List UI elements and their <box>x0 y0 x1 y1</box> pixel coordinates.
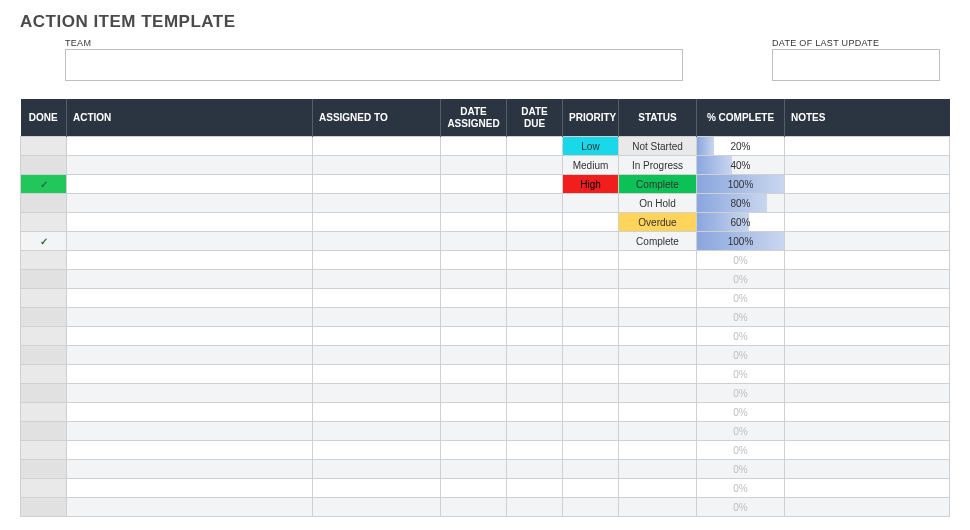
done-cell[interactable] <box>21 403 67 422</box>
pct-complete-cell[interactable]: 0% <box>697 365 785 384</box>
priority-cell[interactable]: Low <box>563 137 619 156</box>
assigned-cell[interactable] <box>313 441 441 460</box>
action-cell[interactable] <box>67 346 313 365</box>
priority-cell[interactable] <box>563 479 619 498</box>
pct-complete-cell[interactable]: 0% <box>697 270 785 289</box>
assigned-cell[interactable] <box>313 156 441 175</box>
notes-cell[interactable] <box>785 137 950 156</box>
action-cell[interactable] <box>67 365 313 384</box>
done-cell[interactable] <box>21 479 67 498</box>
action-cell[interactable] <box>67 251 313 270</box>
pct-complete-cell[interactable]: 0% <box>697 384 785 403</box>
date-due-cell[interactable] <box>507 384 563 403</box>
date-assigned-cell[interactable] <box>441 175 507 194</box>
priority-cell[interactable] <box>563 422 619 441</box>
action-cell[interactable] <box>67 403 313 422</box>
priority-cell[interactable] <box>563 365 619 384</box>
action-cell[interactable] <box>67 308 313 327</box>
date-assigned-cell[interactable] <box>441 327 507 346</box>
priority-cell[interactable] <box>563 327 619 346</box>
notes-cell[interactable] <box>785 175 950 194</box>
pct-complete-cell[interactable]: 0% <box>697 498 785 517</box>
status-cell[interactable] <box>619 441 697 460</box>
priority-cell[interactable] <box>563 346 619 365</box>
notes-cell[interactable] <box>785 251 950 270</box>
done-cell[interactable] <box>21 289 67 308</box>
action-cell[interactable] <box>67 175 313 194</box>
action-cell[interactable] <box>67 479 313 498</box>
priority-cell[interactable] <box>563 270 619 289</box>
pct-complete-cell[interactable]: 0% <box>697 346 785 365</box>
pct-complete-cell[interactable]: 40% <box>697 156 785 175</box>
priority-cell[interactable] <box>563 441 619 460</box>
pct-complete-cell[interactable]: 0% <box>697 308 785 327</box>
notes-cell[interactable] <box>785 213 950 232</box>
action-cell[interactable] <box>67 270 313 289</box>
status-cell[interactable] <box>619 422 697 441</box>
priority-cell[interactable] <box>563 384 619 403</box>
status-cell[interactable] <box>619 479 697 498</box>
action-cell[interactable] <box>67 156 313 175</box>
assigned-cell[interactable] <box>313 327 441 346</box>
notes-cell[interactable] <box>785 498 950 517</box>
priority-cell[interactable] <box>563 251 619 270</box>
date-assigned-cell[interactable] <box>441 213 507 232</box>
date-due-cell[interactable] <box>507 479 563 498</box>
assigned-cell[interactable] <box>313 346 441 365</box>
date-due-cell[interactable] <box>507 194 563 213</box>
assigned-cell[interactable] <box>313 137 441 156</box>
pct-complete-cell[interactable]: 100% <box>697 175 785 194</box>
assigned-cell[interactable] <box>313 479 441 498</box>
status-cell[interactable]: Complete <box>619 232 697 251</box>
assigned-cell[interactable] <box>313 175 441 194</box>
status-cell[interactable] <box>619 460 697 479</box>
pct-complete-cell[interactable]: 100% <box>697 232 785 251</box>
notes-cell[interactable] <box>785 194 950 213</box>
date-due-cell[interactable] <box>507 137 563 156</box>
notes-cell[interactable] <box>785 308 950 327</box>
pct-complete-cell[interactable]: 0% <box>697 327 785 346</box>
action-cell[interactable] <box>67 422 313 441</box>
done-cell[interactable]: ✓ <box>21 232 67 251</box>
pct-complete-cell[interactable]: 60% <box>697 213 785 232</box>
date-assigned-cell[interactable] <box>441 403 507 422</box>
date-assigned-cell[interactable] <box>441 232 507 251</box>
done-cell[interactable] <box>21 441 67 460</box>
action-cell[interactable] <box>67 327 313 346</box>
assigned-cell[interactable] <box>313 384 441 403</box>
notes-cell[interactable] <box>785 327 950 346</box>
priority-cell[interactable] <box>563 403 619 422</box>
priority-cell[interactable] <box>563 289 619 308</box>
action-cell[interactable] <box>67 232 313 251</box>
pct-complete-cell[interactable]: 0% <box>697 403 785 422</box>
date-assigned-cell[interactable] <box>441 479 507 498</box>
status-cell[interactable] <box>619 498 697 517</box>
date-assigned-cell[interactable] <box>441 156 507 175</box>
notes-cell[interactable] <box>785 479 950 498</box>
date-due-cell[interactable] <box>507 422 563 441</box>
notes-cell[interactable] <box>785 460 950 479</box>
date-due-cell[interactable] <box>507 308 563 327</box>
done-cell[interactable] <box>21 346 67 365</box>
date-due-cell[interactable] <box>507 232 563 251</box>
date-assigned-cell[interactable] <box>441 460 507 479</box>
status-cell[interactable] <box>619 308 697 327</box>
date-assigned-cell[interactable] <box>441 137 507 156</box>
status-cell[interactable] <box>619 403 697 422</box>
priority-cell[interactable] <box>563 213 619 232</box>
assigned-cell[interactable] <box>313 270 441 289</box>
priority-cell[interactable] <box>563 498 619 517</box>
date-assigned-cell[interactable] <box>441 270 507 289</box>
status-cell[interactable] <box>619 289 697 308</box>
status-cell[interactable]: Overdue <box>619 213 697 232</box>
done-cell[interactable] <box>21 384 67 403</box>
date-due-cell[interactable] <box>507 213 563 232</box>
date-assigned-cell[interactable] <box>441 422 507 441</box>
notes-cell[interactable] <box>785 403 950 422</box>
status-cell[interactable]: In Progress <box>619 156 697 175</box>
date-assigned-cell[interactable] <box>441 194 507 213</box>
status-cell[interactable] <box>619 327 697 346</box>
status-cell[interactable]: On Hold <box>619 194 697 213</box>
done-cell[interactable] <box>21 460 67 479</box>
date-due-cell[interactable] <box>507 460 563 479</box>
